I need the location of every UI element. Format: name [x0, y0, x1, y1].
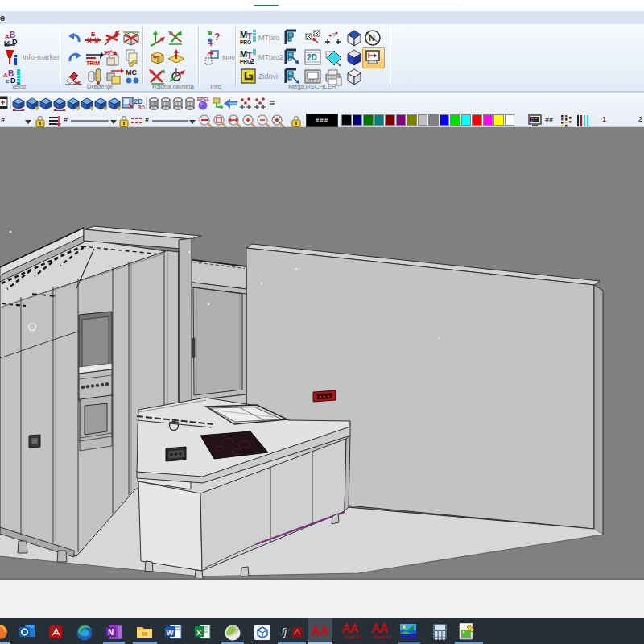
svg-text:?: ? — [332, 32, 336, 38]
svg-text:25°: 25° — [104, 50, 113, 56]
svg-text:MC: MC — [126, 68, 137, 76]
svg-text:c: c — [6, 77, 10, 85]
svg-text:E: E — [91, 31, 96, 38]
svg-text:M: M — [240, 49, 247, 59]
svg-text:D: D — [10, 76, 16, 85]
svg-text:EPEL: EPEL — [197, 97, 210, 101]
svg-text:fj: fj — [282, 626, 287, 638]
svg-text:X: X — [196, 628, 202, 637]
svg-text:MegaCAD: MegaCAD — [373, 634, 391, 639]
svg-text:W: W — [167, 628, 174, 637]
svg-text:2D: 2D — [307, 53, 317, 62]
svg-text:N: N — [369, 33, 375, 43]
svg-text:M: M — [240, 30, 247, 39]
svg-text:TRIM: TRIM — [86, 60, 100, 66]
svg-text:PRO: PRO — [240, 59, 251, 64]
svg-text:2: 2 — [250, 57, 254, 65]
svg-text:?: ? — [214, 31, 220, 43]
svg-text:0: 0 — [142, 105, 145, 110]
svg-text:N: N — [108, 628, 114, 637]
svg-text:MegaCAD: MegaCAD — [343, 634, 361, 639]
svg-text:PRO: PRO — [240, 39, 251, 45]
